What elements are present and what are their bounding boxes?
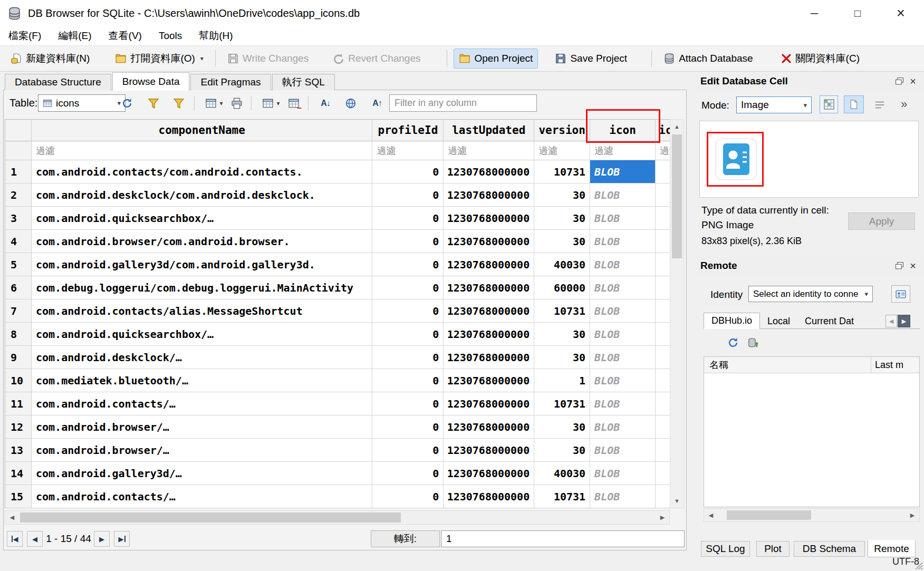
cell-version[interactable]: 40030: [534, 253, 590, 276]
row-number[interactable]: 6: [5, 276, 32, 299]
cell-partial[interactable]: [656, 160, 670, 183]
cell-partial[interactable]: [656, 253, 670, 276]
cell-profileid[interactable]: 0: [372, 276, 444, 299]
cell-version[interactable]: 10731: [534, 299, 590, 323]
cell-version[interactable]: 40030: [534, 462, 590, 485]
column-header-lastupdated[interactable]: lastUpdated: [444, 119, 534, 141]
cell-icon[interactable]: BLOB: [590, 392, 656, 415]
cell-version[interactable]: 60000: [534, 276, 590, 299]
vertical-scrollbar-thumb[interactable]: [672, 134, 682, 258]
cell-componentname[interactable]: com.android.gallery3d/…: [32, 462, 372, 485]
open-database-dropdown-icon[interactable]: ▾: [200, 55, 204, 62]
filter-input-componentname[interactable]: 過濾: [32, 141, 372, 160]
dock-tab-sql-log[interactable]: SQL Log: [701, 541, 750, 557]
new-record-button[interactable]: ▾: [258, 94, 284, 112]
attach-database-button[interactable]: Attach Database: [658, 49, 758, 69]
mode-selector[interactable]: Image ▾: [736, 96, 812, 113]
cell-lastupdated[interactable]: 1230768000000: [444, 462, 534, 485]
cell-partial[interactable]: [656, 369, 670, 392]
cell-profileid[interactable]: 0: [372, 183, 444, 207]
word-wrap-button[interactable]: [871, 96, 888, 113]
identity-import-button[interactable]: [891, 285, 910, 303]
cell-icon[interactable]: BLOB: [590, 276, 656, 299]
cell-profileid[interactable]: 0: [372, 415, 444, 439]
cell-profileid[interactable]: 0: [372, 369, 444, 392]
cell-version[interactable]: 30: [534, 439, 590, 462]
cell-lastupdated[interactable]: 1230768000000: [444, 323, 534, 346]
cell-componentname[interactable]: com.mediatek.bluetooth/…: [32, 369, 372, 392]
tab-browse-data[interactable]: Browse Data: [112, 72, 190, 91]
toolbar-overflow-button[interactable]: »: [901, 98, 907, 111]
prev-page-button[interactable]: ◀: [27, 531, 43, 547]
remote-tab-dbhub[interactable]: DBHub.io: [704, 313, 760, 329]
cell-lastupdated[interactable]: 1230768000000: [444, 299, 534, 323]
cell-version[interactable]: 30: [534, 346, 590, 369]
cell-lastupdated[interactable]: 1230768000000: [444, 253, 534, 276]
cell-version[interactable]: 30: [534, 323, 590, 346]
cell-lastupdated[interactable]: 1230768000000: [444, 183, 534, 207]
row-number[interactable]: 8: [5, 323, 32, 346]
cell-partial[interactable]: [656, 299, 670, 323]
close-button[interactable]: ×: [886, 0, 916, 26]
apply-button[interactable]: Apply: [848, 212, 915, 230]
remote-scroll-right-button[interactable]: ▶: [906, 509, 919, 521]
row-number[interactable]: 2: [5, 183, 32, 207]
dock-tab-remote[interactable]: Remote: [868, 540, 916, 557]
sort-desc-button[interactable]: A↑: [368, 94, 386, 112]
cell-icon[interactable]: BLOB: [590, 346, 656, 369]
cell-partial[interactable]: [656, 439, 670, 462]
row-number[interactable]: 5: [5, 253, 32, 276]
cell-icon[interactable]: BLOB: [590, 183, 656, 207]
write-changes-button[interactable]: Write Changes: [222, 49, 314, 69]
global-filter-input[interactable]: [389, 94, 537, 112]
new-database-button[interactable]: 新建資料庫(N): [5, 47, 95, 70]
tab-execute-sql[interactable]: 執行 SQL: [272, 74, 335, 90]
open-database-button[interactable]: 打開資料庫(O) ▾: [110, 47, 208, 70]
tab-scroll-left-button[interactable]: ◀: [886, 315, 897, 327]
import-data-button[interactable]: [820, 95, 838, 113]
cell-profileid[interactable]: 0: [372, 299, 444, 323]
cell-componentname[interactable]: com.android.gallery3d/com.android.galler…: [32, 253, 372, 276]
cell-componentname[interactable]: com.android.deskclock/…: [32, 346, 372, 369]
cell-version[interactable]: 30: [534, 230, 590, 253]
column-header-profileid[interactable]: profileId: [372, 119, 444, 141]
cell-icon[interactable]: BLOB: [590, 299, 656, 323]
cell-icon[interactable]: BLOB: [590, 323, 656, 346]
cell-componentname[interactable]: com.android.browser/…: [32, 439, 372, 462]
row-number[interactable]: 1: [5, 160, 32, 183]
next-page-button[interactable]: ▶: [94, 531, 110, 547]
cell-lastupdated[interactable]: 1230768000000: [444, 439, 534, 462]
scroll-down-button[interactable]: ▼: [670, 494, 684, 508]
cell-version[interactable]: 10731: [534, 485, 590, 508]
row-number[interactable]: 3: [5, 207, 32, 230]
cell-componentname[interactable]: com.debug.loggerui/com.debug.loggerui.Ma…: [32, 276, 372, 299]
cell-version[interactable]: 30: [534, 183, 590, 207]
first-page-button[interactable]: ◀: [7, 531, 23, 547]
row-number[interactable]: 12: [5, 415, 32, 439]
remote-refresh-button[interactable]: [725, 334, 741, 351]
edit-cell-undock-button[interactable]: [892, 74, 906, 88]
cell-version[interactable]: 10731: [534, 160, 590, 183]
cell-icon[interactable]: BLOB: [590, 369, 656, 392]
filter-input-profileid[interactable]: 過濾: [372, 141, 444, 160]
revert-changes-button[interactable]: Revert Changes: [328, 49, 426, 69]
cell-version[interactable]: 30: [534, 415, 590, 439]
column-header-version[interactable]: version: [534, 119, 590, 141]
cell-lastupdated[interactable]: 1230768000000: [444, 485, 534, 508]
goto-input[interactable]: [441, 530, 685, 547]
cell-profileid[interactable]: 0: [372, 207, 444, 230]
cell-partial[interactable]: [656, 207, 670, 230]
dock-tab-plot[interactable]: Plot: [756, 541, 790, 557]
row-number[interactable]: 14: [5, 462, 32, 485]
cell-componentname[interactable]: com.android.quicksearchbox/…: [32, 207, 372, 230]
cell-lastupdated[interactable]: 1230768000000: [444, 346, 534, 369]
remote-push-button[interactable]: [745, 334, 761, 351]
cell-componentname[interactable]: com.android.contacts/alias.MessageShortc…: [32, 299, 372, 323]
remote-column-last-modified[interactable]: Last m: [875, 360, 903, 371]
row-number[interactable]: 13: [5, 439, 32, 462]
cell-partial[interactable]: [656, 392, 670, 415]
cell-componentname[interactable]: com.android.browser/com.android.browser.: [32, 230, 372, 253]
cell-componentname[interactable]: com.android.browser/…: [32, 415, 372, 439]
encoding-button[interactable]: [342, 94, 360, 112]
insert-record-button[interactable]: ▾: [201, 94, 227, 112]
